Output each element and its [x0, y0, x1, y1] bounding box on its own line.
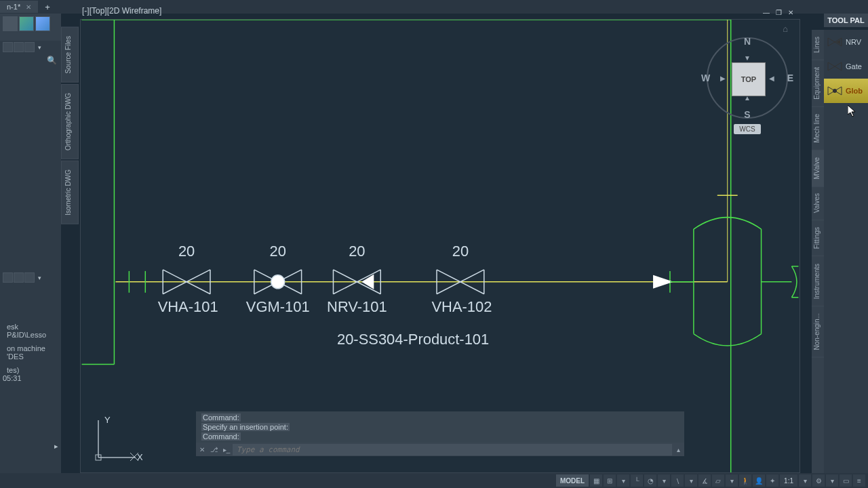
palette-item-nrv[interactable]: NRV: [824, 30, 868, 54]
nav-s[interactable]: S: [744, 109, 750, 120]
wcs-badge[interactable]: WCS: [734, 124, 761, 134]
status-iso-icon[interactable]: ◔: [644, 474, 656, 487]
cmd-recent-icon[interactable]: ▴: [672, 443, 684, 455]
cmd-close-icon[interactable]: ✕: [196, 443, 208, 455]
palette-cat-nonengin[interactable]: Non-engin...: [812, 306, 824, 357]
status-grid-icon[interactable]: ▦: [590, 474, 602, 487]
tag-label-2: VGM-101: [246, 298, 310, 315]
status-dropdown-1-icon[interactable]: ▾: [617, 474, 629, 487]
palette-label-gate: Gate: [846, 62, 862, 70]
filter-expand-icon[interactable]: ▾: [35, 272, 43, 283]
cmd-line-1: Command:: [201, 413, 241, 422]
browser-tb-btn-2[interactable]: [19, 16, 34, 31]
palette-label-nrv: NRV: [846, 38, 861, 46]
viewport-label[interactable]: [-][Top][2D Wireframe]: [82, 6, 161, 16]
expand-right-icon[interactable]: ▸: [54, 442, 58, 451]
tab-label: n-1*: [7, 3, 20, 11]
palette-cat-lines[interactable]: Lines: [812, 30, 824, 60]
status-max-icon[interactable]: ▭: [840, 474, 852, 487]
status-compass-icon[interactable]: ✦: [766, 474, 778, 487]
size-label-3: 20: [349, 243, 365, 260]
svg-text:Y: Y: [104, 415, 111, 425]
side-tab-iso-dwg[interactable]: Isometric DWG: [61, 161, 79, 224]
status-text-1: esk P&ID\Lesso: [3, 320, 57, 342]
side-tab-source-files[interactable]: Source Files: [61, 27, 79, 83]
browser-tb-btn-3[interactable]: [35, 16, 50, 31]
size-label-4: 20: [452, 243, 469, 260]
size-label-1: 20: [178, 243, 195, 260]
home-view-icon[interactable]: ⌂: [783, 24, 788, 34]
status-walk-icon[interactable]: 🚶: [739, 474, 751, 487]
status-dropdown-2-icon[interactable]: ▾: [658, 474, 670, 487]
status-ortho-icon[interactable]: └: [631, 474, 643, 487]
svg-point-18: [271, 275, 285, 289]
nav-e[interactable]: E: [787, 73, 793, 83]
nav-arrow-up-icon[interactable]: ▼: [744, 54, 751, 62]
tab-add-button[interactable]: +: [38, 2, 57, 12]
side-tab-ortho-dwg[interactable]: Orthographic DWG: [61, 84, 79, 159]
tag-label-3: NRV-101: [327, 298, 387, 315]
status-bar: MODEL ▦ ⊞ ▾ └ ◔ ▾ ∖ ▾ ∡ ▱ ▾ 🚶 👤 ✦ 1:1 ▾ …: [0, 473, 868, 488]
status-dropdown-3-icon[interactable]: ▾: [685, 474, 697, 487]
tag-label-4: VHA-102: [431, 298, 492, 315]
tool-palette-title: TOOL PAL: [824, 14, 868, 27]
ucs-icon[interactable]: Y X: [88, 413, 142, 468]
browser-tb-btn-1[interactable]: [3, 16, 18, 31]
status-dropdown-5-icon[interactable]: ▾: [799, 474, 811, 487]
line-tag-label: 20-SS304-Product-101: [337, 331, 489, 348]
nav-cube-face[interactable]: TOP: [732, 62, 766, 96]
timestamp-label: 05:31: [0, 373, 24, 384]
cmd-customize-icon[interactable]: ⎇: [208, 443, 220, 455]
status-menu-icon[interactable]: ≡: [853, 474, 865, 487]
command-history: Command: Specify an insertion point: Com…: [196, 411, 684, 443]
filter-btn-3[interactable]: [24, 272, 35, 283]
status-plane-icon[interactable]: ▱: [712, 474, 724, 487]
nav-w[interactable]: W: [701, 73, 710, 83]
cmd-line-3: Command:: [201, 432, 241, 441]
palette-cat-mech-line[interactable]: Mech line: [812, 107, 824, 150]
palette-item-gate[interactable]: Gate: [824, 54, 868, 79]
filter-btn-2[interactable]: [14, 272, 24, 283]
sub-expand-icon[interactable]: ▾: [35, 42, 43, 52]
sub-btn-1[interactable]: [3, 42, 13, 52]
nav-arrow-right-icon[interactable]: ◀: [769, 75, 774, 82]
close-icon[interactable]: ✕: [786, 7, 795, 17]
tag-label-1: VHA-101: [158, 298, 218, 315]
filter-btn-1[interactable]: [3, 272, 13, 283]
palette-cat-equipment[interactable]: Equipment: [812, 60, 824, 107]
status-grid2-icon[interactable]: ⊞: [604, 474, 616, 487]
gate-valve-icon: [827, 61, 843, 72]
status-dropdown-4-icon[interactable]: ▾: [726, 474, 738, 487]
view-cube[interactable]: ⌂ N S W E ▼ ▲ ▶ ◀ TOP WCS: [700, 30, 795, 166]
document-tab[interactable]: n-1* ✕: [0, 1, 38, 13]
palette-cat-mvalve[interactable]: MValve: [812, 150, 824, 187]
drawing-canvas[interactable]: [-][Top][2D Wireframe] — ❐ ✕ 20 VHA-101: [80, 19, 800, 473]
search-icon[interactable]: 🔍: [47, 56, 57, 70]
sub-btn-3[interactable]: [24, 42, 35, 52]
status-text-2: on machine 'DES: [3, 342, 57, 363]
minimize-icon[interactable]: —: [762, 7, 771, 17]
status-angle-icon[interactable]: ∡: [698, 474, 711, 487]
status-dropdown-6-icon[interactable]: ▾: [826, 474, 838, 487]
status-model-button[interactable]: MODEL: [556, 474, 589, 487]
nav-arrow-left-icon[interactable]: ▶: [720, 75, 726, 82]
sub-btn-2[interactable]: [14, 42, 24, 52]
status-gear-icon[interactable]: ⚙: [812, 474, 825, 487]
cmd-prompt-icon: ▸_: [220, 443, 233, 455]
palette-cat-instruments[interactable]: Instruments: [812, 257, 824, 306]
status-scale[interactable]: 1:1: [780, 474, 797, 487]
nav-n[interactable]: N: [744, 36, 751, 47]
status-snap-icon[interactable]: ∖: [671, 474, 684, 487]
maximize-icon[interactable]: ❐: [774, 7, 783, 17]
command-input[interactable]: [233, 444, 672, 455]
palette-cat-valves[interactable]: Valves: [812, 186, 824, 220]
cmd-line-2: Specify an insertion point:: [201, 423, 290, 431]
palette-item-globe[interactable]: Glob: [824, 79, 868, 103]
palette-cat-fittings[interactable]: Fittings: [812, 220, 824, 256]
status-person-icon[interactable]: 👤: [753, 474, 765, 487]
pid-diagram: 20 VHA-101 20 VGM-101 20 NRV-101: [81, 20, 800, 472]
size-label-2: 20: [270, 243, 286, 260]
tab-close-icon[interactable]: ✕: [26, 3, 31, 11]
nrv-valve-icon: [827, 37, 843, 47]
tool-palette: NRV Gate Glob: [824, 30, 868, 473]
